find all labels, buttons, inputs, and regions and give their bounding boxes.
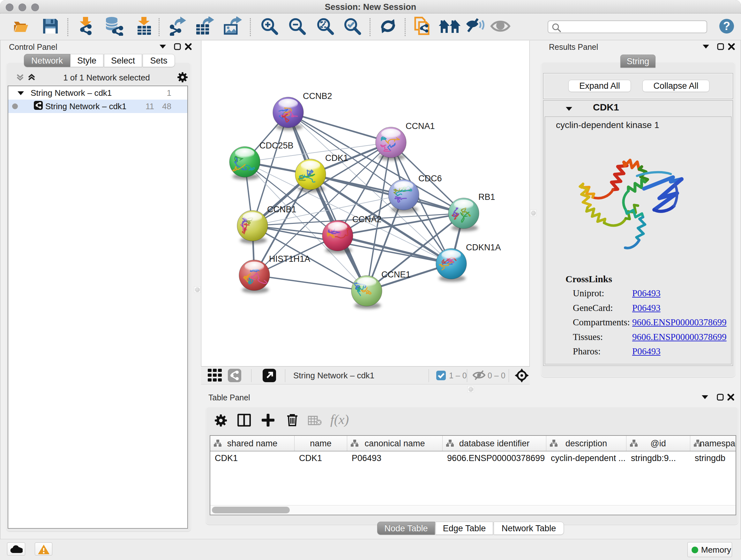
results-panel-float-icon[interactable] xyxy=(717,43,724,52)
expand-all-button[interactable]: Expand All xyxy=(568,80,631,92)
node-HIST1H1A[interactable] xyxy=(239,260,270,294)
cell-canonical-name[interactable]: P06493 xyxy=(347,451,443,464)
node-CCNB2[interactable] xyxy=(273,97,304,131)
memory-label: Memory xyxy=(701,545,731,555)
zoom-fit-icon[interactable] xyxy=(316,17,334,37)
column-header-namespace[interactable]: namespace xyxy=(690,436,736,451)
control-panel-float-icon[interactable] xyxy=(174,43,181,52)
export-table-icon[interactable] xyxy=(195,17,214,37)
table-delete-icon[interactable] xyxy=(286,413,298,428)
control-panel-float-menu-icon[interactable] xyxy=(159,44,166,51)
node-CCNA2[interactable] xyxy=(322,220,353,254)
node-CCNB1[interactable] xyxy=(237,210,268,244)
memory-button[interactable]: Memory xyxy=(687,542,732,557)
table-add-icon[interactable] xyxy=(262,414,274,428)
column-header-canonical-name[interactable]: canonical name xyxy=(347,436,443,451)
left-splitter-handle[interactable] xyxy=(194,287,200,293)
table-panel-float-menu-icon[interactable] xyxy=(701,394,709,401)
right-splitter-handle[interactable] xyxy=(530,210,536,216)
tab-sets[interactable]: Sets xyxy=(143,54,175,67)
node-CDK1[interactable] xyxy=(295,159,326,192)
detach-view-icon[interactable] xyxy=(263,369,276,383)
node-CCNA1[interactable] xyxy=(376,127,406,161)
cell-database-identifier[interactable]: 9606.ENSP00000378699 xyxy=(443,451,546,464)
export-image-icon[interactable] xyxy=(223,17,242,37)
apply-layout-icon[interactable] xyxy=(379,17,397,37)
open-session-icon[interactable] xyxy=(12,17,30,37)
column-header-shared-name[interactable]: shared name xyxy=(210,436,294,451)
node-CDC25B[interactable] xyxy=(229,146,260,180)
node-RB1[interactable] xyxy=(448,198,479,232)
tab-network-table[interactable]: Network Table xyxy=(494,522,564,535)
node-CCNE1[interactable] xyxy=(351,275,382,309)
import-network-file-icon[interactable] xyxy=(77,16,94,37)
results-panel-float-menu-icon[interactable] xyxy=(702,44,710,51)
toolbar-separator xyxy=(250,18,251,36)
network-view[interactable]: CCNB2CCNA1CDC25BCDK1CDC6RB1CCNB1CCNA2CDK… xyxy=(201,41,530,366)
table-horizontal-scrollbar[interactable] xyxy=(210,505,736,515)
column-header-@id[interactable]: @id xyxy=(626,436,690,451)
zoom-selected-icon[interactable] xyxy=(343,17,361,37)
compartments-link[interactable]: 9606.ENSP00000378699 xyxy=(632,317,727,327)
network-share-icon[interactable] xyxy=(228,369,241,383)
cell-namespace[interactable]: stringdb xyxy=(690,451,736,464)
column-header-description[interactable]: description xyxy=(546,436,626,451)
table-panel-close-icon[interactable] xyxy=(727,393,735,402)
results-panel-close-icon[interactable] xyxy=(728,43,735,52)
control-panel-close-icon[interactable] xyxy=(185,43,192,52)
table-function-icon[interactable]: f(x) xyxy=(330,412,349,427)
expand-all-networks-icon[interactable] xyxy=(27,73,36,83)
network-row[interactable]: String Network – cdk1 11 48 xyxy=(8,100,187,113)
edge-CCNB2-CCNA1[interactable] xyxy=(288,112,391,142)
table-delete-column-icon[interactable] xyxy=(308,416,322,427)
genecard-link[interactable]: P06493 xyxy=(632,303,661,313)
collapse-all-button[interactable]: Collapse All xyxy=(643,80,710,92)
table-options-gear-icon[interactable] xyxy=(215,415,227,428)
uniprot-link[interactable]: P06493 xyxy=(632,288,661,298)
tab-style[interactable]: Style xyxy=(70,54,104,67)
pharos-link[interactable]: P06493 xyxy=(632,346,661,356)
tab-string[interactable]: String xyxy=(620,55,656,68)
tab-node-table[interactable]: Node Table xyxy=(377,522,435,535)
hidden-eye-icon xyxy=(473,370,485,381)
cell-shared-name[interactable]: CDK1 xyxy=(210,451,294,464)
zoom-out-icon[interactable] xyxy=(288,17,307,37)
clone-network-icon[interactable] xyxy=(414,16,432,37)
network-collection-row[interactable]: String Network – cdk1 1 xyxy=(8,86,187,100)
export-network-icon[interactable] xyxy=(168,17,187,37)
home-icon[interactable] xyxy=(439,17,461,36)
table-scrollbar-thumb[interactable] xyxy=(212,507,290,513)
zoom-in-icon[interactable] xyxy=(260,17,279,37)
table-columns-icon[interactable] xyxy=(238,414,251,428)
import-table-file-icon[interactable] xyxy=(135,16,153,37)
save-session-icon[interactable] xyxy=(42,17,59,36)
network-options-gear-icon[interactable] xyxy=(178,72,188,84)
show-eye-icon[interactable] xyxy=(490,19,511,35)
search-input[interactable] xyxy=(548,20,707,33)
collection-expand-icon[interactable] xyxy=(17,88,24,98)
tab-edge-table[interactable]: Edge Table xyxy=(435,522,493,535)
grid-view-icon[interactable] xyxy=(208,369,222,383)
birds-eye-view-icon[interactable] xyxy=(515,368,529,384)
cloud-button[interactable] xyxy=(7,543,25,556)
tissues-link[interactable]: 9606.ENSP00000378699 xyxy=(632,332,727,342)
help-icon[interactable]: ? xyxy=(719,18,735,36)
tab-network[interactable]: Network xyxy=(24,54,70,67)
edge-HIST1H1A-CCNE1[interactable] xyxy=(254,275,367,291)
cell-name[interactable]: CDK1 xyxy=(294,451,347,464)
hide-unhide-icon[interactable] xyxy=(466,17,485,36)
column-header-name[interactable]: name xyxy=(294,436,347,451)
title-bar: Session: New Session xyxy=(0,0,741,13)
warnings-button[interactable] xyxy=(35,543,52,556)
column-header-database-identifier[interactable]: database identifier xyxy=(443,436,546,451)
cell-description[interactable]: cyclin-dependent ... xyxy=(546,451,626,464)
gene-collapse-icon[interactable] xyxy=(565,106,573,113)
table-panel-float-icon[interactable] xyxy=(717,393,724,402)
table-panel-title: Table Panel xyxy=(208,393,250,402)
import-network-database-icon[interactable] xyxy=(104,17,123,37)
cell-@id[interactable]: stringdb:9... xyxy=(626,451,690,464)
node-CDC6[interactable] xyxy=(388,179,419,213)
tab-select[interactable]: Select xyxy=(104,54,142,67)
node-CDKN1A[interactable] xyxy=(436,248,467,282)
collapse-all-networks-icon[interactable] xyxy=(16,73,24,83)
